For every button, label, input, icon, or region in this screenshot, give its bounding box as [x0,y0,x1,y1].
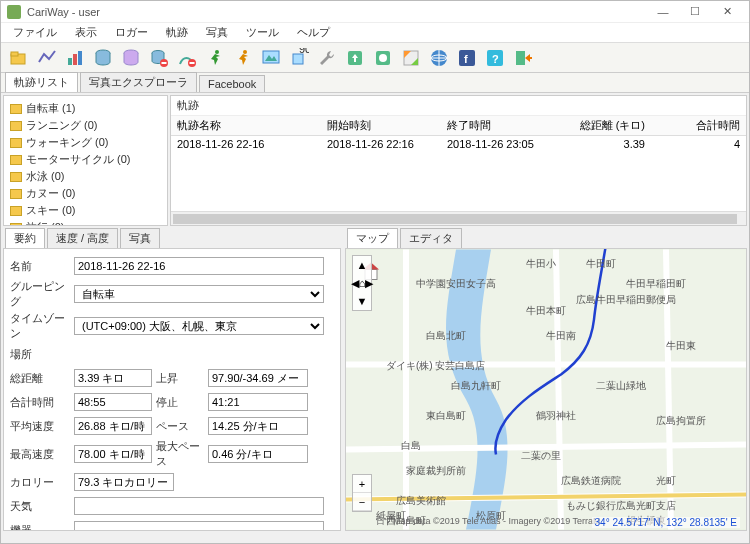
map-pan-control[interactable]: ▲ ◀⌂▶ ▼ [352,255,372,311]
zoom-in-icon[interactable]: + [353,475,371,493]
menu-logger[interactable]: ロガー [107,23,156,42]
tool-export1-icon[interactable] [343,46,367,70]
tab-tracklist[interactable]: 軌跡リスト [5,72,78,92]
avg-input[interactable] [74,417,152,435]
tool-open-icon[interactable] [7,46,31,70]
label-avg: 平均速度 [10,419,70,434]
tool-chart-icon[interactable] [63,46,87,70]
pan-left-icon[interactable]: ◀ [351,274,359,292]
stop-input[interactable] [208,393,308,411]
menu-help[interactable]: ヘルプ [289,23,338,42]
updown-input[interactable] [208,369,308,387]
track-row[interactable]: 2018-11-26 22-16 2018-11-26 22:16 2018-1… [171,136,746,152]
tool-rotate-icon[interactable]: 90° [287,46,311,70]
tool-db1-icon[interactable] [91,46,115,70]
col-dist[interactable]: 総距離 (キロ) [561,116,651,135]
svg-point-20 [379,54,387,62]
tab-photo-explorer[interactable]: 写真エクスプローラ [80,72,197,92]
tool-run1-icon[interactable] [203,46,227,70]
svg-rect-14 [263,51,279,63]
menu-view[interactable]: 表示 [67,23,105,42]
label-gear: 機器 [10,523,70,532]
tool-run2-icon[interactable] [231,46,255,70]
label-updown: 上昇 [156,371,204,386]
tab-photo[interactable]: 写真 [120,228,160,248]
tool-map-icon[interactable] [399,46,423,70]
tree-item[interactable]: カヌー (0) [8,185,163,202]
tool-db2-icon[interactable] [119,46,143,70]
tab-facebook[interactable]: Facebook [199,75,265,92]
col-time[interactable]: 合計時間 [651,116,746,135]
max-input[interactable] [74,445,152,463]
track-list[interactable]: 2018-11-26 22-16 2018-11-26 22:16 2018-1… [171,136,746,211]
pan-down-icon[interactable]: ▼ [353,292,371,310]
tool-facebook-icon[interactable]: f [455,46,479,70]
close-button[interactable]: ✕ [711,2,743,22]
tool-graph-icon[interactable] [35,46,59,70]
folder-icon [10,223,22,227]
pace-input[interactable] [208,417,308,435]
pan-up-icon[interactable]: ▲ [353,256,371,274]
label-stop: 停止 [156,395,204,410]
tab-map[interactable]: マップ [347,228,398,248]
map-place-label: 牛田町 [586,257,616,271]
minimize-button[interactable]: — [647,2,679,22]
svg-rect-1 [11,52,18,56]
pan-home-icon[interactable]: ⌂ [359,274,366,292]
titlebar: CariWay - user — ☐ ✕ [1,1,749,23]
h-scrollbar[interactable] [171,211,746,225]
tree-item[interactable]: モーターサイクル (0) [8,151,163,168]
map-place-label: 二葉の里 [521,449,561,463]
zoom-out-icon[interactable]: − [353,493,371,511]
svg-point-13 [243,50,247,54]
tool-exit-icon[interactable] [511,46,535,70]
map-place-label: 家庭裁判所前 [406,464,466,478]
svg-text:?: ? [492,53,499,65]
tree-item[interactable]: 旅行 (0) [8,219,163,226]
tool-photo-icon[interactable] [259,46,283,70]
map-zoom-control[interactable]: + − [352,474,372,512]
name-input[interactable] [74,257,324,275]
cal-input[interactable] [74,473,174,491]
tree-item[interactable]: ランニング (0) [8,117,163,134]
label-group: グルーピング [10,279,70,309]
col-name[interactable]: 軌跡名称 [171,116,321,135]
tool-earth-icon[interactable] [427,46,451,70]
tz-select[interactable]: (UTC+09:00) 大阪、札幌、東京 [74,317,324,335]
pan-right-icon[interactable]: ▶ [365,274,373,292]
tool-db-del-icon[interactable] [147,46,171,70]
tab-speed[interactable]: 速度 / 高度 [47,228,118,248]
menu-photo[interactable]: 写真 [198,23,236,42]
tree-item[interactable]: ウォーキング (0) [8,134,163,151]
category-tree[interactable]: 自転車 (1) ランニング (0) ウォーキング (0) モーターサイクル (0… [3,95,168,226]
label-place: 場所 [10,347,70,362]
map-place-label: 牛田東 [666,339,696,353]
col-start[interactable]: 開始時刻 [321,116,441,135]
menu-tool[interactable]: ツール [238,23,287,42]
map-view[interactable]: 牛田小牛田町中学園安田女子高牛田早稲田町広島牛田早稲田郵便局牛田本町白島北町牛田… [345,248,747,531]
tool-track-del-icon[interactable] [175,46,199,70]
svg-rect-11 [190,62,195,64]
tree-item[interactable]: 水泳 (0) [8,168,163,185]
maxpace-input[interactable] [208,445,308,463]
maximize-button[interactable]: ☐ [679,2,711,22]
tool-help-icon[interactable]: ? [483,46,507,70]
label-time: 合計時間 [10,395,70,410]
tool-export2-icon[interactable] [371,46,395,70]
weather-input[interactable] [74,497,324,515]
menu-track[interactable]: 軌跡 [158,23,196,42]
tab-editor[interactable]: エディタ [400,228,462,248]
label-weather: 天気 [10,499,70,514]
tab-summary[interactable]: 要約 [5,228,45,248]
col-end[interactable]: 終了時間 [441,116,561,135]
menu-file[interactable]: ファイル [5,23,65,42]
group-select[interactable]: 自転車 [74,285,324,303]
tree-item[interactable]: スキー (0) [8,202,163,219]
folder-icon [10,189,22,199]
dist-input[interactable] [74,369,152,387]
tree-item[interactable]: 自転車 (1) [8,100,163,117]
window-title: CariWay - user [27,6,647,18]
gear-input[interactable] [74,521,324,531]
time-input[interactable] [74,393,152,411]
tool-wrench-icon[interactable] [315,46,339,70]
